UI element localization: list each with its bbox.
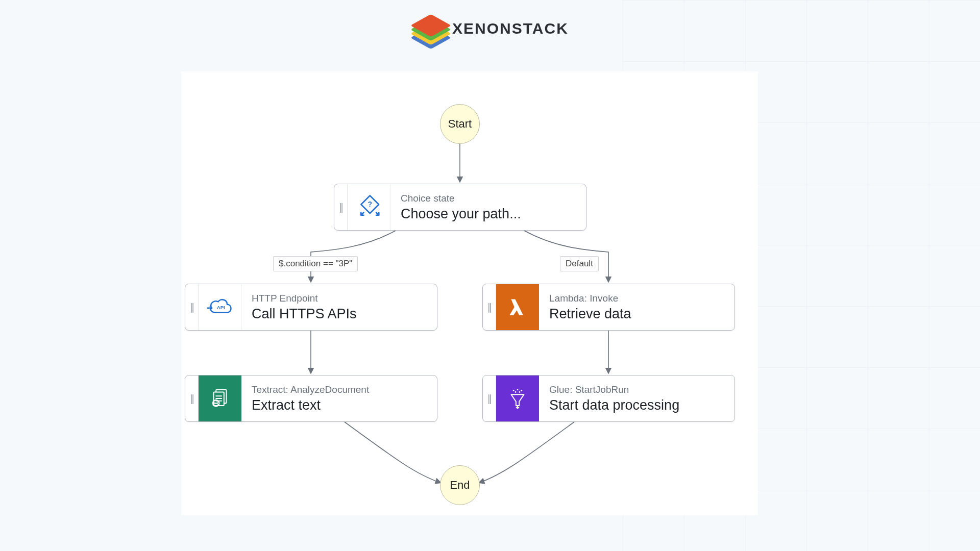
choice-diamond-icon: ? (348, 184, 390, 230)
svg-text:API: API (216, 305, 225, 310)
api-cloud-icon: API (199, 284, 241, 330)
textract-icon (199, 375, 241, 421)
glue-funnel-icon (496, 375, 539, 421)
end-label: End (450, 479, 470, 492)
drag-handle-icon[interactable]: || (185, 284, 199, 330)
textract-type-label: Textract: AnalyzeDocument (252, 384, 369, 395)
lambda-type-label: Lambda: Invoke (549, 293, 631, 304)
svg-point-17 (519, 391, 521, 393)
glue-node[interactable]: || Glue: StartJobRun Start data processi… (482, 375, 735, 422)
http-endpoint-node[interactable]: || API HTTP Endpoint Call HTTPS APIs (185, 284, 437, 331)
brand-name: XENONSTACK (452, 20, 569, 37)
glue-title: Start data processing (549, 397, 679, 413)
svg-point-13 (513, 390, 514, 391)
svg-point-14 (517, 389, 519, 390)
svg-text:?: ? (368, 200, 372, 208)
glue-type-label: Glue: StartJobRun (549, 384, 679, 395)
drag-handle-icon[interactable]: || (334, 184, 348, 230)
start-node[interactable]: Start (440, 104, 480, 144)
svg-point-16 (515, 391, 517, 393)
textract-title: Extract text (252, 397, 369, 413)
branch-condition-left: $.condition == "3P" (273, 256, 358, 271)
drag-handle-icon[interactable]: || (185, 375, 199, 421)
start-label: Start (448, 117, 472, 131)
brand-logo: XENONSTACK (418, 15, 569, 42)
http-title: Call HTTPS APIs (252, 306, 357, 322)
diagram-canvas: Start || ? Choice state Choose your path… (181, 71, 758, 515)
http-type-label: HTTP Endpoint (252, 293, 357, 304)
textract-node[interactable]: || Textract: AnalyzeDocument Extract tex… (185, 375, 437, 422)
lambda-invoke-node[interactable]: || Lambda: Invoke Retrieve data (482, 284, 735, 331)
lambda-icon (496, 284, 539, 330)
drag-handle-icon[interactable]: || (483, 284, 496, 330)
branch-condition-default: Default (560, 256, 599, 271)
brand-logo-icon (418, 15, 444, 42)
choice-type-label: Choice state (401, 193, 521, 204)
lambda-title: Retrieve data (549, 306, 631, 322)
choice-state-node[interactable]: || ? Choice state Choose your path... (334, 184, 586, 231)
drag-handle-icon[interactable]: || (483, 375, 496, 421)
svg-point-15 (521, 390, 522, 391)
end-node[interactable]: End (440, 465, 480, 505)
choice-title: Choose your path... (401, 206, 521, 222)
